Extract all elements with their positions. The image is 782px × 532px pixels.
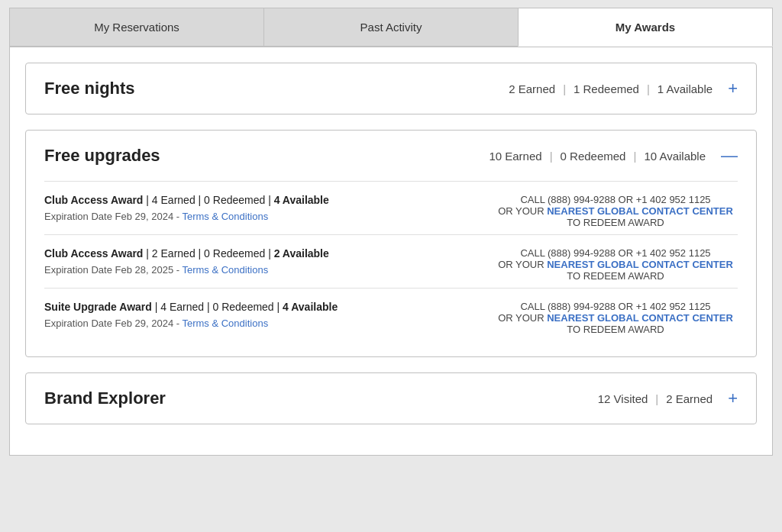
award-1-name: Club Access Award [44,194,143,206]
brand-explorer-title: Brand Explorer [44,389,166,408]
award-1-pipe3: | [268,194,274,206]
award-2-redeem-text1: CALL (888) 994-9288 OR +1 402 952 1125 [520,247,710,259]
award-3-right: CALL (888) 994-9288 OR +1 402 952 1125 O… [493,301,738,335]
award-1-expiry: Expiration Date Feb 29, 2024 - Terms & C… [44,211,329,222]
sep1: | [563,82,566,95]
brand-explorer-earned: 2 Earned [666,392,713,405]
award-1-terms-link[interactable]: Terms & Conditions [182,211,268,222]
award-2-available: 2 Available [274,247,329,260]
award-3-available: 4 Available [283,301,338,313]
award-2-redeem-text3: TO REDEEM AWARD [567,270,664,282]
award-2-expiry-label: Expiration Date Feb 28, 2025 - [44,264,182,276]
tab-bar: My Reservations Past Activity My Awards [9,8,773,47]
award-2-pipe2: | [199,247,205,260]
award-1-redeem-text2: OR YOUR [498,205,547,217]
award-1-available: 4 Available [274,194,329,206]
free-upgrades-redeemed: 0 Redeemed [561,150,626,163]
brand-explorer-header: Brand Explorer 12 Visited | 2 Earned + [26,373,756,424]
award-1-right: CALL (888) 994-9288 OR +1 402 952 1125 O… [493,194,738,228]
free-upgrades-available: 10 Available [644,150,706,163]
award-1-redeem-text1: CALL (888) 994-9288 OR +1 402 952 1125 [520,194,710,205]
free-upgrades-title: Free upgrades [44,146,160,166]
award-3-redeemed: 0 Redeemed [212,301,273,313]
sep3: | [550,150,553,163]
brand-explorer-visited: 12 Visited [598,392,648,405]
free-upgrades-card: Free upgrades 10 Earned | 0 Redeemed | 1… [25,130,757,357]
award-2-redeem-text2: OR YOUR [498,259,547,270]
award-2-redeemed: 0 Redeemed [204,247,265,260]
award-1-redeem-text3: TO REDEEM AWARD [567,217,664,228]
award-2-pipe: | [146,247,152,260]
award-3-terms-link[interactable]: Terms & Conditions [182,318,268,329]
tab-my-reservations[interactable]: My Reservations [9,8,263,47]
award-2-name: Club Access Award [44,247,143,260]
free-nights-earned: 2 Earned [509,82,555,95]
award-2-pipe3: | [268,247,274,260]
award-1-pipe2: | [199,194,205,206]
award-3-redeem-text3: TO REDEEM AWARD [567,324,664,335]
free-nights-expand-btn[interactable]: + [728,80,738,97]
award-1-redeem-link[interactable]: NEAREST GLOBAL CONTACT CENTER [547,205,733,217]
tab-my-awards[interactable]: My Awards [518,8,773,47]
award-2-redeem-link[interactable]: NEAREST GLOBAL CONTACT CENTER [547,259,733,270]
free-nights-title: Free nights [44,79,135,98]
award-1-expiry-label: Expiration Date Feb 29, 2024 - [44,211,182,222]
award-2-title: Club Access Award | 2 Earned | 0 Redeeme… [44,247,329,260]
brand-explorer-stats: 12 Visited | 2 Earned + [598,390,738,407]
award-1-left: Club Access Award | 4 Earned | 0 Redeeme… [44,194,329,222]
award-3-expiry: Expiration Date Feb 29, 2024 - Terms & C… [44,318,338,329]
sep5: | [655,392,658,405]
award-3-expiry-label: Expiration Date Feb 29, 2024 - [44,318,182,329]
sep2: | [647,82,650,95]
award-row-1: Club Access Award | 4 Earned | 0 Redeeme… [44,181,738,234]
free-nights-header: Free nights 2 Earned | 1 Redeemed | 1 Av… [26,63,756,114]
main-content: Free nights 2 Earned | 1 Redeemed | 1 Av… [9,47,773,456]
free-upgrades-header: Free upgrades 10 Earned | 0 Redeemed | 1… [26,131,756,181]
award-row-3: Suite Upgrade Award | 4 Earned | 0 Redee… [44,288,738,341]
award-1-redeemed: 0 Redeemed [204,194,265,206]
free-upgrades-expand-btn[interactable]: — [721,147,738,164]
award-1-earned: 4 Earned [152,194,196,206]
award-2-left: Club Access Award | 2 Earned | 0 Redeeme… [44,247,329,276]
free-upgrades-earned: 10 Earned [489,150,541,163]
sep4: | [633,150,636,163]
award-3-redeem-text1: CALL (888) 994-9288 OR +1 402 952 1125 [520,301,710,312]
free-nights-card: Free nights 2 Earned | 1 Redeemed | 1 Av… [25,63,757,114]
award-1-title: Club Access Award | 4 Earned | 0 Redeeme… [44,194,329,206]
award-3-name: Suite Upgrade Award [44,301,152,313]
free-nights-redeemed: 1 Redeemed [574,82,639,95]
award-2-terms-link[interactable]: Terms & Conditions [182,264,268,276]
award-3-redeem-text2: OR YOUR [498,312,547,324]
award-3-title: Suite Upgrade Award | 4 Earned | 0 Redee… [44,301,338,313]
award-2-earned: 2 Earned [152,247,196,260]
award-3-redeem-link[interactable]: NEAREST GLOBAL CONTACT CENTER [547,312,733,324]
award-2-expiry: Expiration Date Feb 28, 2025 - Terms & C… [44,264,329,276]
free-nights-stats: 2 Earned | 1 Redeemed | 1 Available + [509,80,738,97]
free-upgrades-stats: 10 Earned | 0 Redeemed | 10 Available — [489,147,738,164]
page-container: My Reservations Past Activity My Awards … [9,8,773,456]
free-nights-available: 1 Available [658,82,713,95]
award-3-left: Suite Upgrade Award | 4 Earned | 0 Redee… [44,301,338,329]
award-row-2: Club Access Award | 2 Earned | 0 Redeeme… [44,234,738,288]
award-3-earned: 4 Earned [160,301,204,313]
award-2-right: CALL (888) 994-9288 OR +1 402 952 1125 O… [493,247,738,282]
brand-explorer-card: Brand Explorer 12 Visited | 2 Earned + [25,372,757,424]
brand-explorer-expand-btn[interactable]: + [728,390,738,407]
free-upgrades-body: Club Access Award | 4 Earned | 0 Redeeme… [26,181,756,356]
tab-past-activity[interactable]: Past Activity [263,8,518,47]
award-3-pipe3: | [277,301,283,313]
award-1-pipe: | [146,194,152,206]
